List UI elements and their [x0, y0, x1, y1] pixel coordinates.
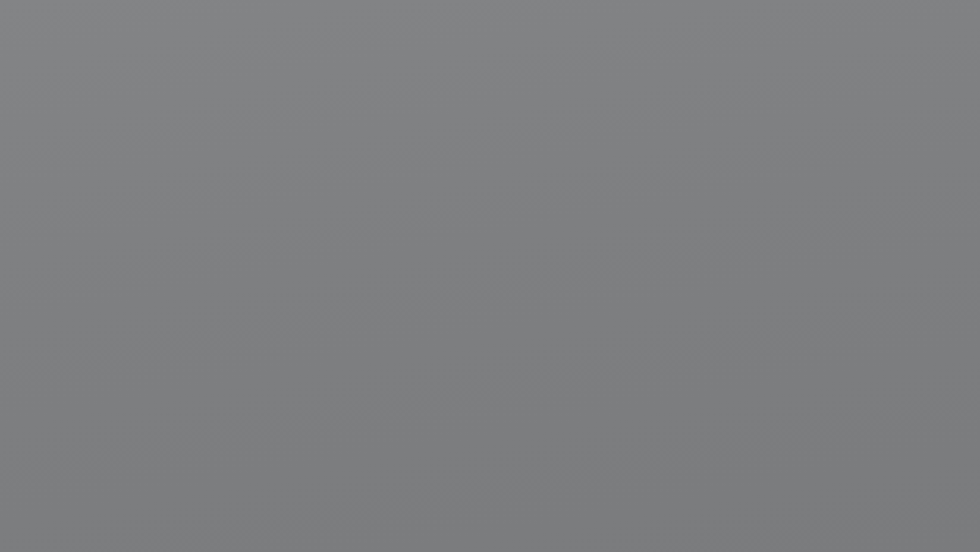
viewport[interactable] — [0, 0, 980, 552]
viewport-canvas[interactable] — [0, 0, 980, 552]
